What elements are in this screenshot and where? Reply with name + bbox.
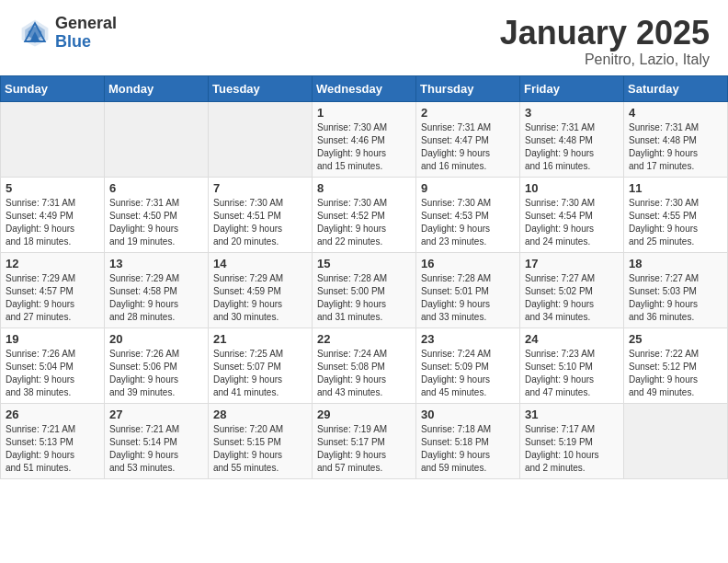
day-number: 6 [109, 181, 203, 195]
day-number: 29 [317, 408, 411, 421]
day-cell: 7Sunrise: 7:30 AM Sunset: 4:51 PM Daylig… [209, 177, 313, 252]
day-cell: 22Sunrise: 7:24 AM Sunset: 5:08 PM Dayli… [313, 327, 416, 403]
col-thursday: Thursday [416, 75, 520, 101]
day-info: Sunrise: 7:30 AM Sunset: 4:51 PM Dayligh… [213, 197, 307, 248]
day-info: Sunrise: 7:24 AM Sunset: 5:09 PM Dayligh… [421, 348, 515, 399]
day-cell: 4Sunrise: 7:31 AM Sunset: 4:48 PM Daylig… [624, 101, 728, 177]
day-cell: 17Sunrise: 7:27 AM Sunset: 5:02 PM Dayli… [520, 252, 624, 327]
day-info: Sunrise: 7:29 AM Sunset: 4:58 PM Dayligh… [109, 272, 203, 324]
day-info: Sunrise: 7:21 AM Sunset: 5:14 PM Dayligh… [109, 423, 203, 475]
day-cell: 26Sunrise: 7:21 AM Sunset: 5:13 PM Dayli… [1, 403, 105, 478]
day-number: 24 [525, 332, 619, 346]
day-info: Sunrise: 7:30 AM Sunset: 4:53 PM Dayligh… [421, 197, 515, 248]
day-number: 9 [421, 181, 515, 195]
day-number: 3 [525, 106, 619, 120]
day-info: Sunrise: 7:30 AM Sunset: 4:54 PM Dayligh… [525, 197, 619, 248]
day-info: Sunrise: 7:17 AM Sunset: 5:19 PM Dayligh… [525, 423, 619, 475]
calendar-header: Sunday Monday Tuesday Wednesday Thursday… [1, 75, 728, 101]
day-cell: 15Sunrise: 7:28 AM Sunset: 5:00 PM Dayli… [313, 252, 416, 327]
calendar-subtitle: Penitro, Lazio, Italy [500, 52, 710, 68]
day-info: Sunrise: 7:19 AM Sunset: 5:17 PM Dayligh… [317, 423, 411, 475]
day-info: Sunrise: 7:26 AM Sunset: 5:06 PM Dayligh… [109, 348, 203, 399]
day-info: Sunrise: 7:30 AM Sunset: 4:52 PM Dayligh… [317, 197, 411, 248]
title-block: January 2025 Penitro, Lazio, Italy [500, 15, 710, 68]
day-cell: 23Sunrise: 7:24 AM Sunset: 5:09 PM Dayli… [416, 327, 520, 403]
day-cell: 30Sunrise: 7:18 AM Sunset: 5:18 PM Dayli… [416, 403, 520, 478]
day-number: 20 [109, 332, 203, 346]
logo-text: General Blue [55, 15, 117, 52]
day-cell: 27Sunrise: 7:21 AM Sunset: 5:14 PM Dayli… [105, 403, 209, 478]
day-cell: 9Sunrise: 7:30 AM Sunset: 4:53 PM Daylig… [416, 177, 520, 252]
day-info: Sunrise: 7:21 AM Sunset: 5:13 PM Dayligh… [6, 423, 99, 475]
day-cell: 12Sunrise: 7:29 AM Sunset: 4:57 PM Dayli… [1, 252, 105, 327]
week-row-3: 19Sunrise: 7:26 AM Sunset: 5:04 PM Dayli… [1, 327, 728, 403]
day-number: 27 [109, 408, 203, 421]
day-info: Sunrise: 7:27 AM Sunset: 5:03 PM Dayligh… [629, 272, 722, 324]
day-number: 7 [213, 181, 307, 195]
logo-blue-text: Blue [55, 33, 117, 52]
day-cell: 2Sunrise: 7:31 AM Sunset: 4:47 PM Daylig… [416, 101, 520, 177]
day-info: Sunrise: 7:23 AM Sunset: 5:10 PM Dayligh… [525, 348, 619, 399]
day-number: 15 [317, 257, 411, 270]
day-number: 16 [421, 257, 515, 270]
col-sunday: Sunday [1, 75, 105, 101]
day-info: Sunrise: 7:31 AM Sunset: 4:48 PM Dayligh… [629, 121, 722, 173]
day-info: Sunrise: 7:30 AM Sunset: 4:46 PM Dayligh… [317, 121, 411, 173]
day-cell: 21Sunrise: 7:25 AM Sunset: 5:07 PM Dayli… [209, 327, 313, 403]
day-cell: 1Sunrise: 7:30 AM Sunset: 4:46 PM Daylig… [313, 101, 416, 177]
col-saturday: Saturday [624, 75, 728, 101]
day-info: Sunrise: 7:28 AM Sunset: 5:01 PM Dayligh… [421, 272, 515, 324]
day-info: Sunrise: 7:18 AM Sunset: 5:18 PM Dayligh… [421, 423, 515, 475]
week-row-0: 1Sunrise: 7:30 AM Sunset: 4:46 PM Daylig… [1, 101, 728, 177]
day-cell: 24Sunrise: 7:23 AM Sunset: 5:10 PM Dayli… [520, 327, 624, 403]
day-number: 22 [317, 332, 411, 346]
day-number: 14 [213, 257, 307, 270]
day-number: 31 [525, 408, 619, 421]
day-cell: 3Sunrise: 7:31 AM Sunset: 4:48 PM Daylig… [520, 101, 624, 177]
page: General Blue January 2025 Penitro, Lazio… [0, 0, 728, 563]
day-info: Sunrise: 7:30 AM Sunset: 4:55 PM Dayligh… [629, 197, 722, 248]
logo-icon [18, 17, 51, 50]
week-row-2: 12Sunrise: 7:29 AM Sunset: 4:57 PM Dayli… [1, 252, 728, 327]
col-monday: Monday [105, 75, 209, 101]
day-number: 18 [629, 257, 722, 270]
day-info: Sunrise: 7:22 AM Sunset: 5:12 PM Dayligh… [629, 348, 722, 399]
day-cell [624, 403, 728, 478]
day-number: 19 [6, 332, 99, 346]
day-info: Sunrise: 7:20 AM Sunset: 5:15 PM Dayligh… [213, 423, 307, 475]
calendar-table: Sunday Monday Tuesday Wednesday Thursday… [0, 75, 728, 479]
day-info: Sunrise: 7:26 AM Sunset: 5:04 PM Dayligh… [6, 348, 99, 399]
day-info: Sunrise: 7:31 AM Sunset: 4:49 PM Dayligh… [6, 197, 99, 248]
day-number: 10 [525, 181, 619, 195]
col-friday: Friday [520, 75, 624, 101]
day-cell: 13Sunrise: 7:29 AM Sunset: 4:58 PM Dayli… [105, 252, 209, 327]
day-info: Sunrise: 7:29 AM Sunset: 4:59 PM Dayligh… [213, 272, 307, 324]
day-cell: 8Sunrise: 7:30 AM Sunset: 4:52 PM Daylig… [313, 177, 416, 252]
day-cell: 14Sunrise: 7:29 AM Sunset: 4:59 PM Dayli… [209, 252, 313, 327]
day-number: 25 [629, 332, 722, 346]
logo-general-text: General [55, 15, 117, 33]
day-cell: 29Sunrise: 7:19 AM Sunset: 5:17 PM Dayli… [313, 403, 416, 478]
calendar-title: January 2025 [500, 15, 710, 52]
day-cell: 18Sunrise: 7:27 AM Sunset: 5:03 PM Dayli… [624, 252, 728, 327]
day-info: Sunrise: 7:31 AM Sunset: 4:47 PM Dayligh… [421, 121, 515, 173]
day-cell: 25Sunrise: 7:22 AM Sunset: 5:12 PM Dayli… [624, 327, 728, 403]
day-info: Sunrise: 7:31 AM Sunset: 4:48 PM Dayligh… [525, 121, 619, 173]
day-cell: 10Sunrise: 7:30 AM Sunset: 4:54 PM Dayli… [520, 177, 624, 252]
day-number: 28 [213, 408, 307, 421]
day-cell: 6Sunrise: 7:31 AM Sunset: 4:50 PM Daylig… [105, 177, 209, 252]
day-number: 12 [6, 257, 99, 270]
day-number: 17 [525, 257, 619, 270]
week-row-4: 26Sunrise: 7:21 AM Sunset: 5:13 PM Dayli… [1, 403, 728, 478]
day-number: 11 [629, 181, 722, 195]
col-tuesday: Tuesday [209, 75, 313, 101]
day-number: 2 [421, 106, 515, 120]
day-number: 5 [6, 181, 99, 195]
day-number: 13 [109, 257, 203, 270]
day-info: Sunrise: 7:28 AM Sunset: 5:00 PM Dayligh… [317, 272, 411, 324]
calendar-body: 1Sunrise: 7:30 AM Sunset: 4:46 PM Daylig… [1, 101, 728, 478]
day-number: 26 [6, 408, 99, 421]
week-row-1: 5Sunrise: 7:31 AM Sunset: 4:49 PM Daylig… [1, 177, 728, 252]
col-wednesday: Wednesday [313, 75, 416, 101]
header: General Blue January 2025 Penitro, Lazio… [0, 0, 728, 75]
